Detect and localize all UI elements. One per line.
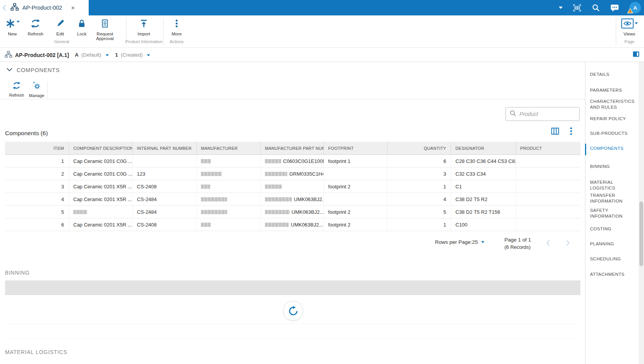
col-footprint[interactable]: FOOTPRINT bbox=[324, 142, 388, 154]
import-button[interactable]: Import bbox=[133, 18, 155, 36]
col-product[interactable]: PRODUCT bbox=[516, 142, 580, 154]
vertical-scrollbar[interactable] bbox=[639, 62, 644, 364]
col-quantity[interactable]: QUANTITY bbox=[388, 142, 451, 154]
sidebar-item-binning[interactable]: BINNING bbox=[585, 164, 636, 169]
table-row[interactable]: 6Cap Ceramic 0201 X5R ...CS-2408UMK063BJ… bbox=[5, 218, 580, 231]
more-button[interactable]: More bbox=[167, 18, 187, 36]
table-cell: 3 bbox=[388, 168, 451, 180]
new-button[interactable]: New bbox=[3, 18, 22, 36]
sidebar-item-material-logistics[interactable]: MATERIAL LOGISTICS bbox=[585, 179, 636, 191]
sidebar-item-costing[interactable]: COSTING bbox=[585, 226, 636, 232]
sidebar-item-safety-information[interactable]: SAFETYINFORMATION bbox=[585, 208, 636, 219]
table-row[interactable]: 5CS-2484UMK063BJ2...footprint 25C38 D2 T… bbox=[5, 206, 580, 218]
views-caret-icon bbox=[635, 22, 638, 24]
table-row[interactable]: 3Cap Ceramic 0201 X5R ...CS-2408footprin… bbox=[5, 180, 580, 193]
lock-icon bbox=[77, 18, 87, 30]
table-cell: UMK063BJ2... bbox=[261, 218, 324, 231]
views-label: Views bbox=[619, 32, 639, 36]
sidebar-item-components[interactable]: COMPONENTS bbox=[585, 146, 636, 151]
table-row[interactable]: 2Cap Ceramic 0201 C0G ...123GRM0335C1H4.… bbox=[5, 168, 580, 180]
barcode-icon[interactable] bbox=[573, 3, 582, 12]
table-cell: CS-2408 bbox=[133, 218, 197, 231]
search-icon[interactable] bbox=[592, 3, 600, 12]
records-info-text: (6 Records) bbox=[504, 243, 531, 251]
import-icon bbox=[139, 18, 149, 30]
document-icon bbox=[100, 18, 110, 30]
binning-empty-header bbox=[5, 280, 580, 295]
breadcrumb: AP-Product-002 [A.1] A (Default) 1 (Crea… bbox=[0, 48, 644, 62]
table-cell: 123 bbox=[133, 168, 197, 180]
table-menu-kebab-icon[interactable] bbox=[570, 127, 573, 137]
refresh-button[interactable]: Refresh bbox=[25, 18, 46, 36]
col-manufacturer-part-number[interactable]: MANUFACTURER PART NUM... bbox=[261, 142, 324, 154]
sidebar-item-attachments[interactable]: ATTACHMENTS bbox=[585, 272, 636, 277]
columns-icon[interactable] bbox=[551, 127, 559, 136]
table-cell: CS-2484 bbox=[133, 193, 197, 205]
topbar-dropdown-caret-icon[interactable] bbox=[559, 7, 563, 9]
material-logistics-section-title: MATERIAL LOGISTICS bbox=[5, 349, 67, 355]
table-cell: Cap Ceramic 0201 X5R ... bbox=[69, 180, 133, 193]
col-designator[interactable]: DESIGNATOR bbox=[451, 142, 516, 154]
redacted-text bbox=[201, 197, 227, 201]
components-manage-label: Manage bbox=[27, 93, 47, 98]
views-button[interactable]: Views bbox=[619, 18, 639, 36]
sidebar-item-scheduling[interactable]: SCHEDULING bbox=[585, 256, 636, 262]
col-item[interactable]: ITEM bbox=[5, 142, 69, 154]
components-section-header[interactable]: COMPONENTS bbox=[6, 67, 60, 74]
search-input[interactable] bbox=[519, 111, 573, 117]
col-internal-part-number[interactable]: INTERNAL PART NUMBER bbox=[133, 142, 197, 154]
table-row[interactable]: 4Cap Ceramic 0201 X5R ...CS-2484UMK063BJ… bbox=[5, 193, 580, 206]
col-manufacturer[interactable]: MANUFACTURER bbox=[197, 142, 261, 154]
version-dropdown-caret[interactable] bbox=[147, 54, 150, 56]
tab-close-icon[interactable]: × bbox=[71, 5, 75, 11]
request-approval-button[interactable]: Request Approval bbox=[93, 18, 116, 41]
edit-button[interactable]: Edit bbox=[51, 18, 69, 36]
sidebar-item-sub-products[interactable]: SUB-PRODUCTS bbox=[585, 131, 636, 136]
page-next-icon[interactable] bbox=[565, 239, 570, 248]
page-prev-icon[interactable] bbox=[546, 239, 551, 248]
sidebar-item-details[interactable]: DETAILS bbox=[585, 72, 636, 77]
sidebar-item-transfer-information[interactable]: TRANSFERINFORMATION bbox=[585, 193, 636, 204]
back-chevron-icon[interactable] bbox=[0, 2, 8, 13]
table-cell: CS-2484 bbox=[133, 206, 197, 218]
sidebar-item-characteristics-and-rules[interactable]: CHARACTERISTICSAND RULES bbox=[585, 99, 636, 110]
rows-per-page[interactable]: Rows per Page:25 bbox=[435, 239, 484, 245]
table-cell: C32 C33 C34 bbox=[451, 168, 516, 180]
lock-button[interactable]: Lock bbox=[72, 18, 91, 36]
sidebar-item-planning[interactable]: PLANNING bbox=[585, 241, 636, 247]
chat-icon[interactable] bbox=[610, 3, 619, 12]
table-cell: C28 C30 C36 C44 C53 C82 bbox=[451, 155, 516, 167]
panel-toggle-icon[interactable] bbox=[633, 51, 639, 59]
table-cell: 1 bbox=[5, 155, 69, 167]
new-label: New bbox=[3, 32, 22, 36]
table-cell bbox=[197, 155, 261, 167]
version-state: (Created) bbox=[121, 52, 143, 58]
refresh-label: Refresh bbox=[25, 32, 46, 36]
tab-strip: AP-Product-002 × bbox=[0, 0, 89, 15]
side-nav: DETAILSPARAMETERSCHARACTERISTICSAND RULE… bbox=[585, 62, 639, 364]
sidebar-item-repair-policy[interactable]: REPAIR POLICY bbox=[585, 116, 636, 122]
revision-dropdown-caret[interactable] bbox=[106, 54, 109, 56]
components-manage-button[interactable]: Manage bbox=[27, 81, 47, 98]
loading-spinner bbox=[283, 301, 303, 321]
table-row[interactable]: 1Cap Ceramic 0201 C0G ...C0603C0G1E100D0… bbox=[5, 155, 580, 168]
components-section-title: COMPONENTS bbox=[17, 67, 60, 73]
avatar[interactable]: A bbox=[629, 2, 641, 13]
version-value: 1 bbox=[115, 52, 118, 58]
scrollbar-thumb[interactable] bbox=[639, 201, 643, 266]
eye-icon bbox=[621, 18, 634, 29]
table-cell: 5 bbox=[5, 206, 69, 218]
redacted-text bbox=[201, 223, 211, 227]
table-cell: footprint 2 bbox=[324, 218, 388, 231]
product-tab[interactable]: AP-Product-002 × bbox=[8, 0, 89, 15]
col-component-description[interactable]: COMPONENT DESCRIPTION bbox=[69, 142, 133, 154]
table-cell: C100 bbox=[451, 218, 516, 231]
group-caption-general: General bbox=[39, 39, 85, 44]
breadcrumb-product-title: AP-Product-002 [A.1] bbox=[15, 52, 69, 58]
revision-value: A bbox=[75, 52, 79, 58]
components-refresh-button[interactable]: Refresh bbox=[7, 81, 27, 97]
sidebar-item-parameters[interactable]: PARAMETERS bbox=[585, 87, 636, 93]
table-cell: Cap Ceramic 0201 X5R ... bbox=[69, 193, 133, 205]
redacted-text bbox=[265, 159, 281, 163]
table-header[interactable]: ITEM COMPONENT DESCRIPTION INTERNAL PART… bbox=[5, 142, 580, 155]
